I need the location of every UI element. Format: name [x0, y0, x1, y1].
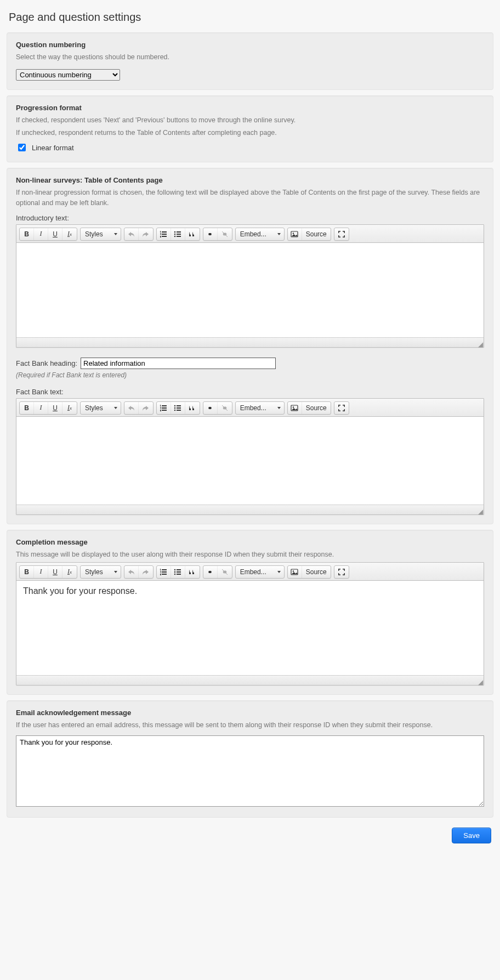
- editor-toolbar: B I U Ix Styles: [16, 225, 484, 243]
- email-ack-help: If the user has entered an email address…: [16, 720, 484, 730]
- intro-text-editor: B I U Ix Styles: [16, 224, 484, 348]
- styles-dropdown[interactable]: Styles: [80, 401, 121, 415]
- linear-format-label[interactable]: Linear format: [32, 144, 74, 152]
- question-numbering-heading: Question numbering: [16, 41, 484, 49]
- resize-grip-icon[interactable]: [476, 507, 482, 514]
- factbank-text-editor: B I U Ix Styles: [16, 398, 484, 515]
- question-numbering-select[interactable]: Continuous numbering: [16, 69, 120, 81]
- undo-button[interactable]: [124, 402, 139, 414]
- bold-button[interactable]: B: [20, 228, 34, 240]
- redo-button[interactable]: [139, 402, 153, 414]
- factbank-heading-label: Fact Bank heading:: [16, 359, 77, 367]
- styles-dropdown[interactable]: Styles: [80, 228, 121, 241]
- progression-format-card: Progression format If checked, responden…: [7, 95, 493, 163]
- save-button[interactable]: Save: [452, 828, 491, 843]
- intro-text-area[interactable]: [16, 243, 484, 337]
- factbank-text-area[interactable]: [16, 417, 484, 505]
- completion-help: This message will be displayed to the us…: [16, 550, 484, 560]
- maximize-button[interactable]: [334, 402, 349, 414]
- editor-footer: [16, 675, 484, 685]
- redo-button[interactable]: [139, 228, 153, 240]
- embed-dropdown[interactable]: Embed...: [235, 228, 285, 241]
- linear-format-checkbox[interactable]: [18, 144, 26, 151]
- email-ack-card: Email acknowledgement message If the use…: [7, 700, 493, 818]
- source-button[interactable]: Source: [302, 566, 331, 578]
- factbank-heading-note: (Required if Fact Bank text is entered): [16, 371, 484, 379]
- email-ack-heading: Email acknowledgement message: [16, 709, 484, 717]
- bold-button[interactable]: B: [20, 566, 34, 578]
- question-numbering-help: Select the way the questions should be n…: [16, 52, 484, 63]
- italic-button[interactable]: I: [34, 566, 48, 578]
- maximize-button[interactable]: [334, 566, 349, 578]
- image-icon: [288, 402, 302, 414]
- maximize-button[interactable]: [334, 228, 349, 240]
- blockquote-button[interactable]: [185, 402, 200, 414]
- progression-help-2: If unchecked, respondent returns to the …: [16, 128, 484, 138]
- redo-button[interactable]: [139, 566, 153, 578]
- resize-grip-icon[interactable]: [476, 678, 482, 684]
- editor-toolbar: B I U Ix Styles: [16, 563, 484, 581]
- completion-heading: Completion message: [16, 538, 484, 546]
- underline-button[interactable]: U: [48, 402, 63, 414]
- italic-button[interactable]: I: [34, 228, 48, 240]
- numbered-list-button[interactable]: [157, 228, 171, 240]
- unlink-button[interactable]: [218, 402, 232, 414]
- remove-format-button[interactable]: Ix: [63, 228, 77, 240]
- undo-button[interactable]: [124, 228, 139, 240]
- editor-footer: [16, 337, 484, 347]
- progression-help-1: If checked, respondent uses 'Next' and '…: [16, 115, 484, 126]
- link-button[interactable]: [203, 228, 218, 240]
- underline-button[interactable]: U: [48, 566, 63, 578]
- blockquote-button[interactable]: [185, 228, 200, 240]
- image-icon: [288, 566, 302, 578]
- toc-heading: Non-linear surveys: Table of Contents pa…: [16, 176, 484, 184]
- toc-help: If non-linear progression format is chos…: [16, 188, 484, 208]
- question-numbering-card: Question numbering Select the way the qu…: [7, 32, 493, 90]
- factbank-text-label: Fact Bank text:: [16, 388, 484, 396]
- source-button[interactable]: Source: [302, 402, 331, 414]
- image-icon: [288, 228, 302, 240]
- styles-dropdown[interactable]: Styles: [80, 565, 121, 579]
- bullet-list-button[interactable]: [171, 402, 185, 414]
- embed-dropdown[interactable]: Embed...: [235, 565, 285, 579]
- completion-editor: B I U Ix Styles: [16, 562, 484, 686]
- toc-card: Non-linear surveys: Table of Contents pa…: [7, 168, 493, 524]
- remove-format-button[interactable]: Ix: [63, 402, 77, 414]
- source-button[interactable]: Source: [302, 228, 331, 240]
- bullet-list-button[interactable]: [171, 228, 185, 240]
- unlink-button[interactable]: [218, 566, 232, 578]
- email-ack-textarea[interactable]: [16, 735, 484, 807]
- completion-message-card: Completion message This message will be …: [7, 530, 493, 695]
- editor-footer: [16, 505, 484, 514]
- numbered-list-button[interactable]: [157, 402, 171, 414]
- numbered-list-button[interactable]: [157, 566, 171, 578]
- progression-heading: Progression format: [16, 104, 484, 112]
- editor-toolbar: B I U Ix Styles: [16, 399, 484, 417]
- undo-button[interactable]: [124, 566, 139, 578]
- page-title: Page and question settings: [9, 11, 493, 24]
- remove-format-button[interactable]: Ix: [63, 566, 77, 578]
- bold-button[interactable]: B: [20, 402, 34, 414]
- intro-text-label: Introductory text:: [16, 214, 484, 222]
- blockquote-button[interactable]: [185, 566, 200, 578]
- underline-button[interactable]: U: [48, 228, 63, 240]
- factbank-heading-input[interactable]: [81, 358, 276, 369]
- link-button[interactable]: [203, 566, 218, 578]
- unlink-button[interactable]: [218, 228, 232, 240]
- italic-button[interactable]: I: [34, 402, 48, 414]
- completion-text-area[interactable]: Thank you for your response.: [16, 581, 484, 675]
- link-button[interactable]: [203, 402, 218, 414]
- bullet-list-button[interactable]: [171, 566, 185, 578]
- resize-grip-icon[interactable]: [476, 340, 482, 347]
- embed-dropdown[interactable]: Embed...: [235, 401, 285, 415]
